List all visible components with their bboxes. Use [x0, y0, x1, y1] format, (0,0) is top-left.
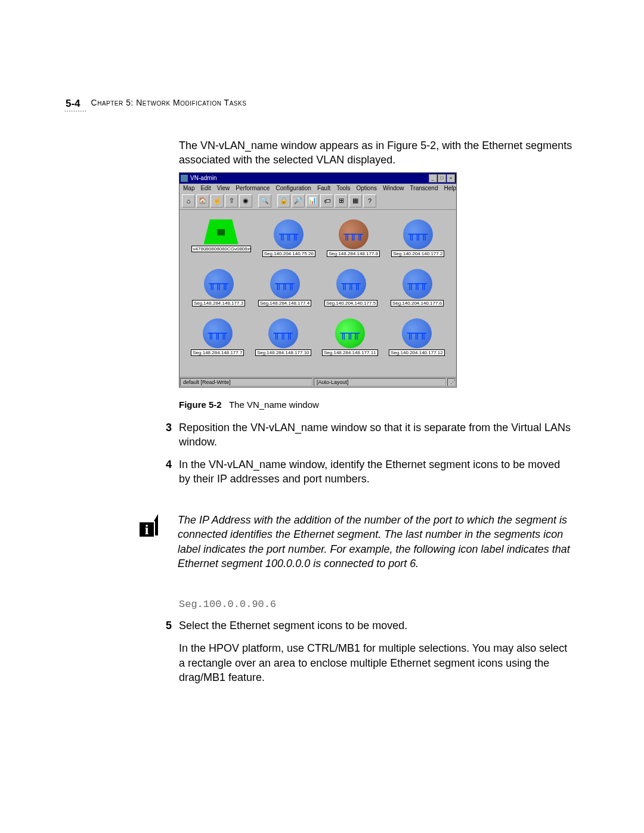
- code-example: Seg.100.0.0.90.6: [179, 599, 572, 610]
- lower-content: Seg.100.0.0.90.6 5 Select the Ethernet s…: [179, 596, 572, 693]
- net-icon[interactable]: ╥╥╥ Seg.148.284.148.177.4: [258, 269, 311, 306]
- window-icon: [181, 175, 188, 182]
- net-icon[interactable]: ▓▓ v478080808080CGv0808xv808080808Cv8da8…: [191, 219, 251, 257]
- segment-circle-icon: ╥╥╥: [203, 318, 233, 348]
- info-letter: i: [138, 521, 155, 538]
- statusbar: default [Read-Write] [Auto-Layout] ⋰: [179, 377, 456, 387]
- toolbar-btn-9[interactable]: 📊: [306, 194, 319, 208]
- net-label: Seg.148.284.148.177.10: [255, 349, 311, 356]
- menu-help[interactable]: Help: [444, 185, 456, 191]
- intro-paragraph: The VN-vLAN_name window appears as in Fi…: [179, 138, 572, 168]
- segment-circle-icon: ╥╥╥: [403, 219, 433, 249]
- status-left: default [Read-Write]: [180, 378, 312, 386]
- icon-row-1: ▓▓ v478080808080CGv0808xv808080808Cv8da8…: [185, 219, 450, 257]
- figure-caption-bold: Figure 5-2: [179, 400, 222, 410]
- menubar: Map Edit View Performance Configuration …: [179, 184, 456, 193]
- icon-row-3: ╥╥╥ Seg.148.284.148.177.7 ╥╥╥ Seg.148.28…: [185, 318, 450, 356]
- vlan-trapezoid-icon: ▓▓: [204, 219, 239, 244]
- net-label: Seg.148.284.148.177.4: [258, 300, 311, 306]
- toolbar: ⌂ 🏠 ☝ ⇧ ◉ 🔍 🔒 🔎 📊 🏷 ⊞ ▦ ?: [179, 193, 456, 210]
- step-number: 3: [163, 420, 172, 450]
- segment-circle-icon: ╥╥╥: [204, 269, 234, 299]
- net-icon[interactable]: ╥╥╥ Seg.140.204.140.177.6: [391, 269, 444, 306]
- toolbar-btn-5[interactable]: ◉: [239, 194, 252, 208]
- menu-fault[interactable]: Fault: [317, 185, 330, 191]
- maximize-button[interactable]: □: [438, 174, 446, 182]
- toolbar-btn-6[interactable]: 🔍: [258, 194, 271, 208]
- segment-circle-icon: ╥╥╥: [268, 318, 298, 348]
- net-icon[interactable]: ╥╥╥ Seg.148.284.148.177.8: [327, 219, 380, 257]
- net-icon[interactable]: ╥╥╥ Seg.148.284.148.177.7: [191, 318, 244, 356]
- page-header: 5-4 Chapter 5: Network Modification Task…: [66, 98, 246, 110]
- net-label: Seg.140.204.140.177.6: [391, 300, 444, 306]
- content-column: The VN-vLAN_name window appears as in Fi…: [179, 138, 572, 495]
- toolbar-btn-3[interactable]: ☝: [210, 194, 224, 208]
- menu-view[interactable]: View: [217, 185, 230, 191]
- resize-grip-icon[interactable]: ⋰: [447, 378, 456, 386]
- net-label: Seg.148.284.148.177.11: [322, 349, 378, 356]
- status-mid: [Auto-Layout]: [314, 378, 446, 386]
- net-label: Seg.140.204.140.177.12: [389, 349, 445, 356]
- net-icon[interactable]: ╥╥╥ Seg.140.204.140.177.5: [324, 269, 377, 306]
- net-label: Seg.148.284.148.177.3: [192, 300, 245, 306]
- step-number: 5: [163, 618, 172, 633]
- segment-circle-icon: ╥╥╥: [270, 269, 300, 299]
- window-controls: _ □ ×: [429, 174, 455, 182]
- close-button[interactable]: ×: [447, 174, 455, 182]
- menu-configuration[interactable]: Configuration: [275, 185, 311, 191]
- info-block: i The IP Address with the addition of th…: [138, 513, 572, 571]
- toolbar-btn-12[interactable]: ▦: [349, 194, 362, 208]
- step-body: Select the Ethernet segment icons to be …: [179, 618, 572, 633]
- window-title: VN-admin: [190, 175, 216, 181]
- net-label: Seg.140.204.140.75.26: [262, 250, 315, 257]
- vn-admin-window: VN-admin _ □ × Map Edit View Performance…: [179, 172, 457, 388]
- menu-edit[interactable]: Edit: [200, 185, 210, 191]
- step-body: In the VN-vLAN_name window, identify the…: [179, 457, 572, 487]
- step-body: Reposition the VN-vLAN_name window so th…: [179, 420, 572, 450]
- toolbar-btn-11[interactable]: ⊞: [335, 194, 348, 208]
- toolbar-btn-7[interactable]: 🔒: [277, 194, 290, 208]
- net-icon[interactable]: ╥╥╥ Seg.148.284.148.177.10: [255, 318, 311, 356]
- menu-performance[interactable]: Performance: [236, 185, 270, 191]
- canvas: ▓▓ v478080808080CGv0808xv808080808Cv8da8…: [179, 210, 456, 377]
- figure-caption-text: The VN_name window: [229, 400, 319, 410]
- icon-row-2: ╥╥╥ Seg.148.284.148.177.3 ╥╥╥ Seg.148.28…: [185, 269, 450, 306]
- net-label: Seg.148.284.148.177.7: [191, 349, 244, 356]
- figure-caption: Figure 5-2 The VN_name window: [179, 400, 572, 410]
- toolbar-btn-10[interactable]: 🏷: [320, 194, 333, 208]
- segment-circle-icon: ╥╥╥: [402, 318, 432, 348]
- segment-circle-icon: ╥╥╥: [335, 318, 365, 348]
- net-label: Seg.148.284.148.177.8: [327, 250, 380, 257]
- net-label: Seg.140.204.140.177.2: [391, 250, 444, 257]
- toolbar-btn-4[interactable]: ⇧: [225, 194, 238, 208]
- chapter-title: Chapter 5: Network Modification Tasks: [91, 98, 247, 107]
- menu-window[interactable]: Window: [383, 185, 404, 191]
- net-icon[interactable]: ╥╥╥ Seg.140.204.140.177.12: [389, 318, 445, 356]
- net-label: v478080808080CGv0808xv808080808Cv8da8043…: [191, 246, 251, 252]
- step-5: 5 Select the Ethernet segment icons to b…: [179, 618, 572, 633]
- net-icon[interactable]: ╥╥╥ Seg.140.204.140.177.2: [391, 219, 444, 257]
- titlebar: VN-admin _ □ ×: [179, 173, 456, 184]
- menu-transcend[interactable]: Transcend: [410, 185, 438, 191]
- step-number: 4: [163, 457, 172, 487]
- segment-circle-icon: ╥╥╥: [336, 269, 366, 299]
- menu-map[interactable]: Map: [183, 185, 194, 191]
- net-icon[interactable]: ╥╥╥ Seg.148.284.148.177.11: [322, 318, 378, 356]
- toolbar-btn-13[interactable]: ?: [363, 194, 376, 208]
- segment-circle-icon: ╥╥╥: [402, 269, 432, 299]
- toolbar-btn-1[interactable]: ⌂: [182, 194, 195, 208]
- step-5-body: In the HPOV platform, use CTRL/MB1 for m…: [179, 641, 572, 685]
- toolbar-btn-2[interactable]: 🏠: [196, 194, 209, 208]
- step-3: 3 Reposition the VN-vLAN_name window so …: [179, 420, 572, 450]
- menu-options[interactable]: Options: [357, 185, 377, 191]
- menu-tools[interactable]: Tools: [336, 185, 350, 191]
- dots-decoration: ..........: [64, 106, 87, 113]
- net-icon[interactable]: ╥╥╥ Seg.148.284.148.177.3: [192, 269, 245, 306]
- minimize-button[interactable]: _: [429, 174, 437, 182]
- info-icon: i: [138, 514, 163, 539]
- net-label: Seg.140.204.140.177.5: [324, 300, 377, 306]
- net-icon[interactable]: ╥╥╥ Seg.140.204.140.75.26: [262, 219, 315, 257]
- toolbar-btn-8[interactable]: 🔎: [292, 194, 305, 208]
- segment-circle-icon: ╥╥╥: [339, 219, 369, 249]
- step-4: 4 In the VN-vLAN_name window, identify t…: [179, 457, 572, 487]
